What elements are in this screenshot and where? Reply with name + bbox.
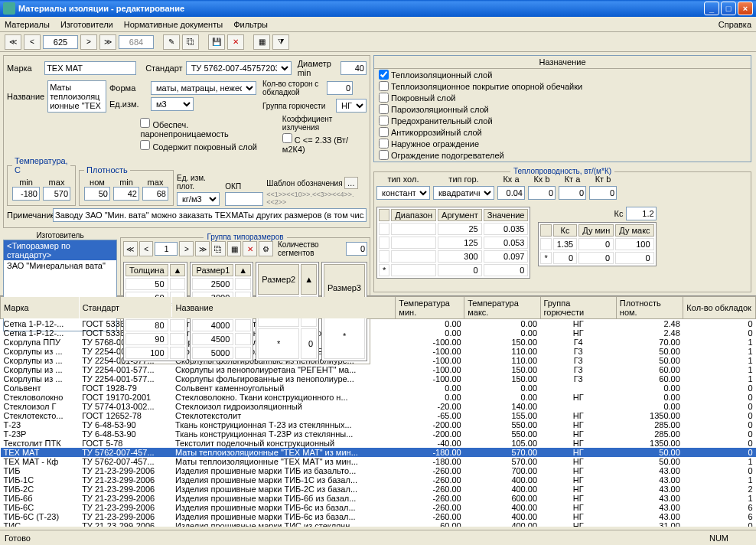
emission-checkbox[interactable]: С <= 2.33 (Вт/м2К4) <box>282 133 367 154</box>
close-button[interactable]: × <box>738 2 753 15</box>
table-row[interactable]: Скорлупы из ...ТУ 2254-001-577...Скорлуп… <box>1 347 756 356</box>
table-row[interactable]: Т-23РТУ 6-48-53-90Ткань конструкционная … <box>1 429 756 439</box>
menu-filters[interactable]: Фильтры <box>233 20 268 29</box>
diameter-label: Диаметр min <box>298 59 337 77</box>
table-row[interactable]: ТИБ-6СТУ 21-23-299-2006Изделия прошивные… <box>1 503 756 512</box>
menubar: Материалы Изготовители Нормативные докум… <box>0 17 756 32</box>
ts-prev-button[interactable]: < <box>139 241 154 256</box>
ts-tool-icon[interactable]: ⚙ <box>259 241 273 256</box>
segments-input[interactable] <box>346 242 367 256</box>
table-row[interactable]: Скорлупы из ...ТУ 2254-001-577...Скорлуп… <box>1 356 756 365</box>
kxa-input[interactable] <box>497 186 525 200</box>
copy-icon[interactable]: ⿻ <box>182 34 199 50</box>
table-row[interactable]: TEX MATТУ 5762-007-457...Маты теплоизоля… <box>1 448 756 457</box>
table-row[interactable]: Т-23ТУ 6-48-53-90Ткань конструкционная Т… <box>1 420 756 429</box>
note-input[interactable] <box>53 208 367 222</box>
filter-icon[interactable]: ⧩ <box>272 34 289 50</box>
table-row[interactable]: ТИБ-6С (Т-23)ТУ 21-23-299-2006Изделия пр… <box>1 512 756 521</box>
sides-input[interactable] <box>327 81 353 95</box>
menu-manufacturers[interactable]: Изготовители <box>60 20 113 29</box>
nav-next-button[interactable]: > <box>80 34 97 50</box>
table-row[interactable]: Скорлупа ППУТУ 5768-009-130...скорлупы и… <box>1 338 756 347</box>
purpose-checkbox[interactable]: Пароизоляционный слой <box>374 103 751 115</box>
ts-last-button[interactable]: ≫ <box>195 241 210 256</box>
kc-grid[interactable]: КсДу минДу макс 1.350100*000 <box>538 222 656 266</box>
kta-input[interactable] <box>559 186 586 200</box>
status-num: NUM <box>709 534 728 543</box>
ts-next-button[interactable]: > <box>179 241 194 256</box>
table-row[interactable]: ТИБ-2СТУ 21-23-299-2006Изделия прошивные… <box>1 485 756 494</box>
table-row[interactable]: ТИБ-6бТУ 21-23-299-2006Изделия прошивные… <box>1 494 756 503</box>
table-row[interactable]: ТИБ-1СТУ 21-23-299-2006Изделия прошивные… <box>1 475 756 485</box>
materials-table-wrap[interactable]: МаркаСтандартНазваниеТемпература мин.Тем… <box>0 295 756 527</box>
cold-type-select[interactable]: константа <box>376 186 430 200</box>
ts-first-button[interactable]: ≪ <box>123 241 138 256</box>
table-row[interactable]: Стеклоизол ГТУ 5774-013-002...Стеклоизол… <box>1 402 756 411</box>
ts-del-icon[interactable]: ✕ <box>243 241 257 256</box>
kc-input[interactable] <box>626 207 657 220</box>
purpose-checkbox[interactable]: Антикоррозийный слой <box>374 126 751 138</box>
conductivity-title: Теплопроводность, вт/(м*К) <box>510 167 614 175</box>
density-unit-label: Ед. изм. плот. <box>177 174 222 191</box>
nav-prev-button[interactable]: < <box>24 34 41 50</box>
standard-select[interactable]: ТУ 5762-007-45757203-00 <box>186 61 292 75</box>
density-max-input[interactable] <box>142 187 168 201</box>
delete-icon[interactable]: ✕ <box>227 34 244 50</box>
edit-icon[interactable]: ✎ <box>163 34 180 50</box>
nav-last-button[interactable]: ≫ <box>99 34 116 50</box>
table-row[interactable]: ТИСТУ 21-23-299-2006Изделия прошивные ма… <box>1 521 756 527</box>
purpose-checkbox[interactable]: Наружное ограждение <box>374 138 751 149</box>
density-unit-select[interactable]: кг/м3 <box>177 192 220 206</box>
flammability-select[interactable]: НГ <box>336 99 367 113</box>
table-row[interactable]: Скорлупы из ...ТУ 2254-001-577...Скорлуп… <box>1 374 756 383</box>
table-row[interactable]: СтекловолокноГОСТ 19170-2001Стекловолокн… <box>1 393 756 402</box>
cover-checkbox[interactable]: Содержит покровный слой <box>140 140 271 152</box>
kxb-input[interactable] <box>528 186 556 200</box>
conductivity-grid[interactable]: ДиапазонАргументЗначение 250.0351250.053… <box>376 207 530 279</box>
ktb-input[interactable] <box>589 186 617 200</box>
minimize-button[interactable]: _ <box>704 2 719 15</box>
density-fieldset: Плотность номminmax <box>79 165 174 206</box>
table-row[interactable]: Стеклотексто...ГОСТ 12652-78Стеклотексто… <box>1 411 756 420</box>
table-row[interactable]: Текстолит ПТКГОСТ 5-78Текстолит поделочн… <box>1 439 756 448</box>
temp-max-input[interactable] <box>43 187 70 201</box>
table-row[interactable]: ТИБТУ 21-23-299-2006Изделия прошивные ма… <box>1 466 756 475</box>
temperature-fieldset: Температура, С minmax <box>7 156 76 206</box>
table-row[interactable]: TEX MAT - КфТУ 5762-007-457...Маты тепло… <box>1 457 756 466</box>
name-input[interactable]: Маты теплоизоляционные "TEX MAT" из мине… <box>47 80 106 113</box>
diameter-input[interactable] <box>341 61 367 75</box>
marka-input[interactable] <box>44 61 136 75</box>
table-row[interactable]: СольвентГОСТ 1928-79Сольвент каменноугол… <box>1 383 756 393</box>
form-select[interactable]: маты, матрацы, нежестк <box>151 81 256 95</box>
menu-materials[interactable]: Материалы <box>5 20 50 29</box>
table-row[interactable]: Сетка 1-Р-12-...ГОСТ 5336-80Сетка плетен… <box>1 328 756 338</box>
purpose-checkbox[interactable]: Покровный слой <box>374 92 751 103</box>
menu-docs[interactable]: Нормативные документы <box>124 20 223 29</box>
nav-pos-input[interactable] <box>43 35 78 49</box>
purpose-title: Назначение <box>374 56 751 69</box>
purpose-checkbox[interactable]: Теплоизоляционное покрытие опорной обеча… <box>374 80 751 92</box>
okp-input[interactable] <box>225 192 263 206</box>
template-hint: <<1>><<10>>.<<3>><<4>>.<<2>> <box>266 191 367 206</box>
unit-select[interactable]: м3 <box>151 97 194 111</box>
temp-min-input[interactable] <box>12 187 40 201</box>
hot-type-select[interactable]: квадратичная <box>433 186 494 200</box>
table-row[interactable]: Сетка 1-Р-12-...ГОСТ 5336-80Сетка стальн… <box>1 319 756 329</box>
density-nom-input[interactable] <box>84 187 110 201</box>
nav-first-button[interactable]: ≪ <box>5 34 21 50</box>
purpose-checkbox[interactable]: Теплоизоляционный слой <box>374 69 751 80</box>
ts-pos-input[interactable] <box>155 242 178 256</box>
purpose-checkbox[interactable]: Предохранительный слой <box>374 115 751 126</box>
ts-grid-icon[interactable]: ▦ <box>227 241 242 256</box>
purpose-checkbox[interactable]: Обертка трубопроводов со спутниками <box>374 161 751 162</box>
table-row[interactable]: Скорлупы из ...ТУ 2254-001-577...Скорлуп… <box>1 365 756 374</box>
table-icon[interactable]: ▦ <box>253 34 270 50</box>
ts-copy-icon[interactable]: ⿻ <box>211 241 226 256</box>
purpose-checkbox[interactable]: Ограждение подогревателей <box>374 149 751 161</box>
maximize-button[interactable]: □ <box>721 2 736 15</box>
vapor-checkbox[interactable]: Обеспеч. паронепроницаемость <box>140 118 271 139</box>
template-button[interactable]: … <box>344 177 358 189</box>
density-min-input[interactable] <box>113 187 139 201</box>
save-icon[interactable]: 💾 <box>208 34 225 50</box>
menu-help[interactable]: Справка <box>719 20 751 29</box>
